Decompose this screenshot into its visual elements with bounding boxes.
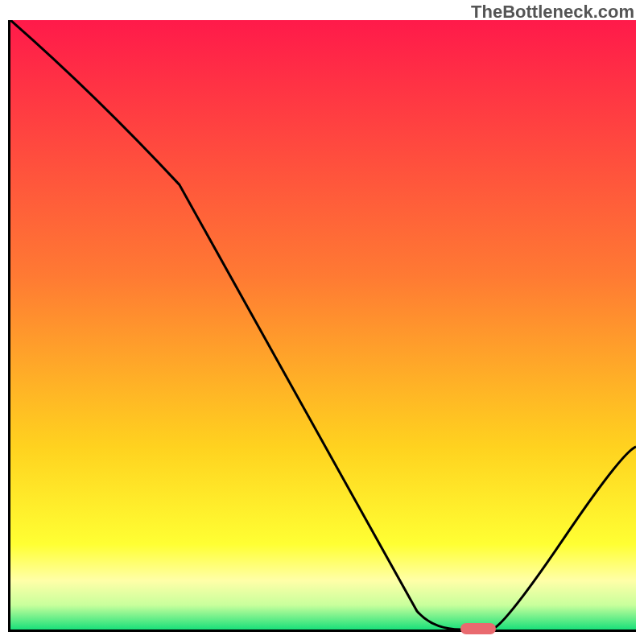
- plot-area: [8, 20, 636, 632]
- watermark-text: TheBottleneck.com: [471, 2, 634, 23]
- curve-layer: [10, 20, 636, 630]
- optimal-marker: [460, 623, 496, 634]
- bottleneck-curve: [10, 20, 636, 630]
